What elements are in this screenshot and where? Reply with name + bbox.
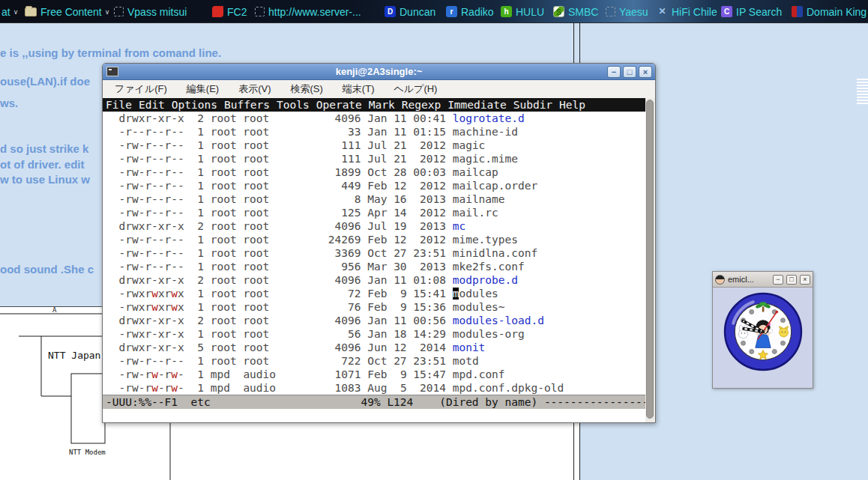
emacs-menu-item[interactable]: Regexp bbox=[402, 99, 441, 111]
world-writable-flag: w bbox=[151, 301, 158, 313]
file-name[interactable]: machine-id bbox=[453, 126, 518, 138]
terminal-menu-item[interactable]: 検索(S) bbox=[291, 82, 323, 96]
clock-maximize-button[interactable]: □ bbox=[786, 275, 797, 285]
bookmark-item[interactable]: Yaesu bbox=[606, 0, 648, 23]
file-name[interactable]: mail.rc bbox=[453, 207, 498, 219]
smbc-icon: S bbox=[553, 6, 564, 17]
directory-name[interactable]: logrotate.d bbox=[453, 112, 525, 124]
file-name[interactable]: minidlna.conf bbox=[453, 247, 538, 259]
bookmark-label: http://www.server-... bbox=[268, 6, 361, 18]
emacs-menu-item[interactable]: Tools bbox=[277, 99, 310, 111]
page-text-line: d so just strike k bbox=[0, 142, 88, 155]
dired-row: drwxr-xr-x 2 root root 4096 Jul 19 2013 … bbox=[103, 219, 645, 233]
terminal-title: kenji@2A3single:~ bbox=[103, 66, 655, 77]
clock-minimize-button[interactable]: − bbox=[773, 275, 783, 285]
bookmark-item[interactable]: at∨ bbox=[1, 0, 18, 23]
emacs-menu-item[interactable]: Operate bbox=[316, 99, 362, 111]
emacs-menu-item[interactable]: Buffers bbox=[224, 99, 270, 111]
dired-row: -rw-r--r-- 1 root root 3369 Oct 27 23:51… bbox=[103, 246, 645, 260]
dired-row: -rw-r--r-- 1 root root 956 Mar 30 2013 m… bbox=[103, 260, 645, 273]
hulu-icon: h bbox=[501, 6, 512, 17]
file-name[interactable]: mailcap bbox=[453, 166, 498, 178]
emacs-menu-item[interactable]: Subdir bbox=[513, 99, 552, 111]
file-name[interactable]: magic.mime bbox=[453, 153, 518, 165]
file-name[interactable]: mailcap.order bbox=[453, 180, 538, 192]
terminal-menu-item[interactable]: ファイル(F) bbox=[115, 82, 167, 96]
clock-widget-window: emicl... − □ × bbox=[712, 271, 813, 389]
directory-name[interactable]: modules-load.d bbox=[453, 315, 544, 326]
bookmark-item[interactable]: FC2 bbox=[212, 0, 247, 23]
page-text-line: ot of driver. edit bbox=[0, 158, 85, 171]
bookmark-item[interactable]: DDuncan bbox=[385, 0, 435, 23]
bookmark-item[interactable]: rRadiko bbox=[446, 0, 494, 23]
minimize-button[interactable]: − bbox=[607, 66, 621, 78]
file-name[interactable]: modules~ bbox=[453, 301, 505, 313]
page-text-line: w to use Linux w bbox=[0, 173, 90, 186]
bookmark-label: SMBC bbox=[568, 6, 598, 18]
maximize-button[interactable]: □ bbox=[623, 66, 636, 78]
bookmark-item[interactable]: Free Content∨ bbox=[25, 0, 109, 23]
emacs-dired-buffer: FileEditOptionsBuffersToolsOperateMarkRe… bbox=[103, 98, 655, 422]
bookmark-label: Radiko bbox=[461, 6, 494, 18]
emacs-menu-item[interactable]: Immediate bbox=[447, 99, 507, 111]
emacs-menu-item[interactable]: Edit bbox=[139, 99, 165, 111]
bookmark-label: HiFi Chile bbox=[672, 6, 717, 18]
terminal-menu-item[interactable]: 編集(E) bbox=[187, 82, 219, 96]
bookmark-item[interactable]: Domain King bbox=[792, 0, 867, 23]
terminal-menubar: ファイル(F)編集(E)表示(V)検索(S)端末(T)ヘルプ(H) bbox=[103, 80, 655, 98]
file-name[interactable]: mpd.conf.dpkg-old bbox=[453, 382, 564, 394]
dired-row: -rwxrwxrwx 1 root root 72 Feb 9 15:41 mo… bbox=[103, 287, 645, 300]
directory-name[interactable]: monit bbox=[453, 341, 486, 353]
file-name[interactable]: mime.types bbox=[453, 234, 518, 246]
emacs-menu-item[interactable]: File bbox=[106, 99, 132, 111]
dired-row: drwxr-xr-x 2 root root 4096 Jan 11 00:41… bbox=[103, 112, 645, 125]
dired-file-list: drwxr-xr-x 2 root root 4096 Jan 11 00:41… bbox=[103, 112, 645, 395]
dired-row: drwxr-xr-x 2 root root 4096 Jan 11 01:08… bbox=[103, 273, 645, 287]
dired-row: drwxr-xr-x 2 root root 4096 Jan 11 00:56… bbox=[103, 314, 645, 327]
dired-row: -rw-r--r-- 1 root root 1899 Oct 28 00:03… bbox=[103, 165, 645, 179]
terminal-window: kenji@2A3single:~ − □ × ファイル(F)編集(E)表示(V… bbox=[102, 63, 656, 423]
close-button[interactable]: × bbox=[639, 66, 652, 78]
bookmark-label: Yaesu bbox=[619, 6, 648, 18]
file-name[interactable]: motd bbox=[453, 355, 479, 367]
file-name[interactable]: mke2fs.conf bbox=[453, 261, 525, 273]
bookmarks-bar: at∨Free Content∨Vpass mitsuiFC2http://ww… bbox=[0, 0, 868, 23]
scrollbar-thumb[interactable] bbox=[646, 100, 654, 419]
chevron-down-icon: ∨ bbox=[105, 8, 110, 16]
bookmark-label: Domain King bbox=[807, 6, 867, 18]
file-name[interactable]: mpd.conf bbox=[453, 368, 505, 380]
bookmark-label: Duncan bbox=[400, 6, 435, 18]
world-writable-flag: w bbox=[171, 382, 178, 394]
dashed-icon bbox=[255, 7, 265, 16]
radiko-icon: r bbox=[446, 6, 457, 17]
emacs-menu-item[interactable]: Help bbox=[559, 99, 585, 111]
terminal-menu-item[interactable]: 表示(V) bbox=[238, 82, 271, 96]
clock-title: emicl... bbox=[728, 275, 770, 284]
terminal-titlebar[interactable]: kenji@2A3single:~ − □ × bbox=[103, 64, 655, 80]
terminal-menu-item[interactable]: 端末(T) bbox=[343, 82, 375, 96]
file-name[interactable]: modules-org bbox=[453, 328, 525, 340]
chevron-down-icon: ∨ bbox=[13, 8, 19, 16]
bookmark-item[interactable]: ✕HiFi Chile bbox=[657, 0, 717, 23]
directory-name[interactable]: modprobe.d bbox=[453, 274, 518, 286]
emacs-menu-item[interactable]: Options bbox=[172, 99, 217, 111]
emacs-menu-item[interactable]: Mark bbox=[369, 99, 395, 111]
directory-name[interactable]: mc bbox=[453, 220, 465, 232]
emacs-minibuffer[interactable] bbox=[103, 409, 645, 422]
terminal-menu-item[interactable]: ヘルプ(H) bbox=[394, 82, 437, 96]
bookmark-item[interactable]: http://www.server-... bbox=[255, 0, 361, 23]
clock-close-button[interactable]: × bbox=[800, 275, 810, 285]
bookmark-item[interactable]: hHULU bbox=[501, 0, 544, 23]
bookmark-label: IP Search bbox=[736, 6, 782, 18]
file-name[interactable]: mailname bbox=[453, 193, 505, 205]
scrollbar[interactable] bbox=[645, 98, 655, 422]
clock-titlebar[interactable]: emicl... − □ × bbox=[713, 272, 813, 288]
world-writable-flag: w bbox=[171, 288, 178, 300]
bookmark-item[interactable]: SSMBC bbox=[553, 0, 598, 23]
world-writable-flag: w bbox=[171, 301, 178, 313]
bookmark-item[interactable]: Vpass mitsui bbox=[114, 0, 187, 23]
file-name[interactable]: modules bbox=[453, 288, 498, 300]
bookmark-label: HULU bbox=[516, 6, 544, 18]
bookmark-item[interactable]: CIP Search bbox=[721, 0, 782, 23]
file-name[interactable]: magic bbox=[453, 139, 486, 151]
